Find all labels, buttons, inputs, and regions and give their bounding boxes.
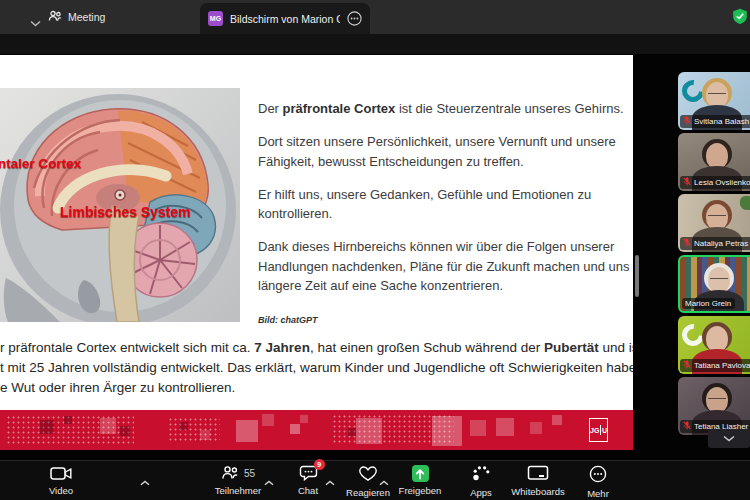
chat-options-caret-icon[interactable] xyxy=(325,472,335,490)
share-avatar: MG xyxy=(208,11,223,26)
tab-bar: Meeting MG Bildschirm von Marion Grein xyxy=(0,0,750,34)
video-options-caret-icon[interactable] xyxy=(140,472,150,490)
participant-name-pill: Tatiana Pavlova xyxy=(680,359,750,372)
whiteboards-button[interactable]: Whiteboards xyxy=(508,465,568,497)
security-shield-icon[interactable] xyxy=(732,8,748,29)
muted-mic-icon xyxy=(683,116,691,127)
react-options-caret-icon[interactable] xyxy=(379,472,389,490)
apps-icon xyxy=(471,465,491,484)
brain-label-limbic: Limbisches System xyxy=(60,204,191,220)
muted-mic-icon xyxy=(683,238,691,249)
participant-name-pill: Lesia Ovsiienko xyxy=(680,176,750,189)
slide-paragraph: Er hilft uns, unsere Gedanken, Gefühle u… xyxy=(258,185,630,224)
participant-tile[interactable]: Tatiana Pavlova xyxy=(678,316,750,374)
participants-label: Teilnehmer xyxy=(215,485,261,496)
participant-name: Marion Grein xyxy=(685,299,731,308)
share-screen-button[interactable]: Freigeben xyxy=(396,465,444,496)
participant-tile[interactable]: Lesia Ovsiienko xyxy=(678,133,750,191)
scrollbar-thumb[interactable] xyxy=(635,255,639,297)
participant-name-pill: Marion Grein xyxy=(682,298,735,309)
bottom-line: e Wut oder ihren Ärger zu kontrollieren. xyxy=(0,378,632,398)
participant-name-pill: Nataliya Petras xyxy=(680,237,750,250)
participant-name: Lesia Ovsiienko xyxy=(694,178,750,187)
tab-meeting-label: Meeting xyxy=(68,11,105,23)
zoom-app-window: Meeting MG Bildschirm von Marion Grein xyxy=(0,0,750,500)
slide-paragraph: Dank dieses Hirnbereichs können wir über… xyxy=(258,237,630,296)
share-screen-icon xyxy=(412,465,429,482)
more-button[interactable]: Mehr xyxy=(576,465,620,499)
participants-icon xyxy=(221,465,239,482)
more-ellipsis-icon xyxy=(589,465,607,485)
meeting-people-icon xyxy=(48,10,62,24)
heart-icon xyxy=(358,465,378,484)
participants-button[interactable]: 55 Teilnehmer xyxy=(208,465,268,496)
jgu-logo-left: JG xyxy=(590,427,599,434)
muted-mic-icon xyxy=(683,177,691,188)
muted-mic-icon xyxy=(683,421,691,432)
apps-button[interactable]: Apps xyxy=(458,465,504,498)
more-label: Mehr xyxy=(587,488,609,499)
chat-button[interactable]: 9 Chat xyxy=(286,465,330,496)
whiteboards-label: Whiteboards xyxy=(511,486,564,497)
window-strip xyxy=(0,34,750,55)
participant-name: Svitlana Balash xyxy=(694,117,749,126)
slide-footer-banner: JGU xyxy=(0,410,633,450)
participant-tile[interactable]: Tetiana Liasher xyxy=(678,377,750,435)
participant-name: Tatiana Pavlova xyxy=(694,361,750,370)
bottom-line: r präfrontale Cortex entwickelt sich mit… xyxy=(0,338,632,358)
video-camera-icon xyxy=(50,465,72,482)
slide-bottom-paragraph: r präfrontale Cortex entwickelt sich mit… xyxy=(0,338,632,398)
video-button[interactable]: Video xyxy=(38,465,84,496)
chat-label: Chat xyxy=(298,485,318,496)
apps-label: Apps xyxy=(470,487,492,498)
brain-illustration: ntaler Cortex Limbisches System xyxy=(0,88,240,322)
meeting-content: ntaler Cortex Limbisches System Der präf… xyxy=(0,55,750,460)
collapse-chevron-icon[interactable] xyxy=(30,13,41,31)
image-credit: Bild: chatGPT xyxy=(258,311,630,331)
participant-name: Nataliya Petras xyxy=(694,239,748,248)
jgu-logo-right: U xyxy=(602,427,607,434)
tab-screen-share[interactable]: MG Bildschirm von Marion Grein xyxy=(200,3,370,34)
jgu-logo: JGU xyxy=(589,418,608,442)
shared-slide: ntaler Cortex Limbisches System Der präf… xyxy=(0,55,633,450)
participants-options-caret-icon[interactable] xyxy=(264,472,274,490)
participant-tile[interactable]: Nataliya Petras xyxy=(678,194,750,252)
slide-paragraph: Der präfrontale Cortex ist die Steuerzen… xyxy=(258,99,630,119)
participant-tile-active-speaker[interactable]: Marion Grein xyxy=(678,255,750,313)
scroll-participants-down-button[interactable] xyxy=(708,429,750,448)
participant-name-pill: Svitlana Balash xyxy=(680,115,750,128)
slide-text-column: Der präfrontale Cortex ist die Steuerzen… xyxy=(258,99,630,330)
tab-meeting[interactable]: Meeting xyxy=(42,0,111,34)
participant-tile[interactable]: Svitlana Balash xyxy=(678,72,750,130)
muted-mic-icon xyxy=(683,360,691,371)
meeting-toolbar: Video 55 Teilnehmer xyxy=(0,460,750,500)
tab-share-label: Bildschirm von Marion Grein xyxy=(230,13,340,25)
bottom-line: t mit 25 Jahren vollständig entwickelt. … xyxy=(0,358,632,378)
chat-unread-badge: 9 xyxy=(314,459,325,470)
video-label: Video xyxy=(49,485,73,496)
participants-count: 55 xyxy=(244,468,255,479)
brain-label-prefrontal: ntaler Cortex xyxy=(0,156,81,171)
tab-options-icon[interactable] xyxy=(347,11,362,26)
slide-paragraph: Dort sitzen unsere Persönlichkeit, unser… xyxy=(258,132,630,171)
whiteboard-icon xyxy=(527,465,549,483)
participants-strip: Svitlana Balash Lesia Ovsiienko Nataliya… xyxy=(678,55,750,460)
share-label: Freigeben xyxy=(399,485,442,496)
